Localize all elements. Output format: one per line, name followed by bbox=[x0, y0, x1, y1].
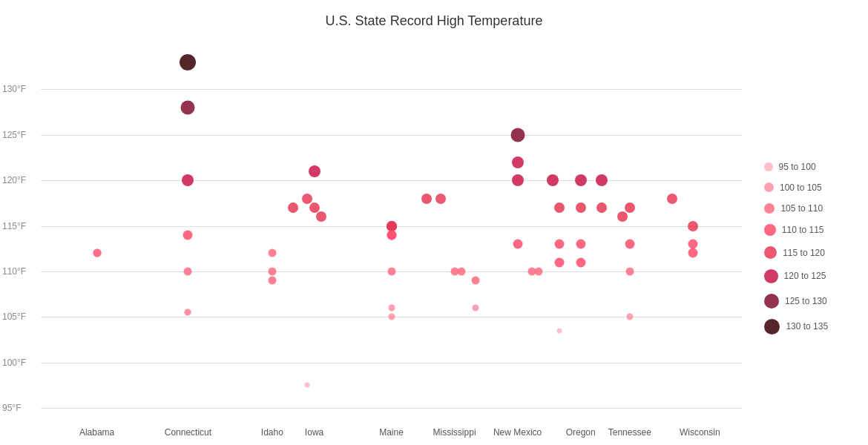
data-dot bbox=[688, 248, 697, 258]
legend-item: 100 to 105 bbox=[764, 182, 857, 193]
legend-item: 130 to 135 bbox=[764, 319, 857, 334]
data-dot bbox=[596, 202, 607, 213]
legend-label: 115 to 120 bbox=[783, 248, 825, 258]
data-dot bbox=[688, 240, 697, 249]
data-dot bbox=[387, 230, 396, 240]
data-dot bbox=[180, 54, 196, 70]
data-dot bbox=[688, 221, 698, 231]
y-axis-label: 120°F bbox=[2, 175, 26, 185]
data-dot bbox=[388, 304, 395, 311]
legend-dot bbox=[764, 319, 780, 334]
data-dot bbox=[421, 194, 432, 204]
data-dot bbox=[309, 202, 320, 213]
legend-dot bbox=[764, 203, 775, 214]
legend-dot bbox=[764, 294, 779, 309]
x-axis-label: Idaho bbox=[261, 427, 283, 438]
y-axis-label: 105°F bbox=[2, 312, 26, 322]
data-dot bbox=[93, 249, 101, 257]
data-dot bbox=[182, 174, 194, 186]
data-dot bbox=[625, 267, 634, 275]
data-dot bbox=[555, 240, 565, 249]
x-axis-label: Maine bbox=[379, 427, 404, 438]
legend-item: 105 to 110 bbox=[764, 203, 857, 214]
legend-dot bbox=[764, 162, 773, 171]
data-dot bbox=[625, 202, 635, 213]
data-dot bbox=[510, 128, 525, 142]
data-dot bbox=[555, 257, 565, 267]
data-dot bbox=[268, 249, 276, 257]
x-axis-label: New Mexico bbox=[493, 427, 542, 438]
legend-item: 125 to 130 bbox=[764, 294, 857, 309]
data-dot bbox=[576, 240, 585, 249]
gridline bbox=[41, 135, 742, 136]
data-dot bbox=[512, 156, 524, 168]
data-dot bbox=[268, 267, 276, 275]
data-dot bbox=[305, 383, 310, 388]
legend-label: 130 to 135 bbox=[786, 321, 828, 332]
plot-wrapper: 130°F125°F120°F115°F110°F105°F100°F95°FA… bbox=[0, 36, 764, 445]
data-dot bbox=[512, 174, 524, 186]
data-dot bbox=[513, 240, 522, 249]
legend-item: 115 to 120 bbox=[764, 246, 857, 259]
data-dot bbox=[302, 194, 312, 204]
gridline bbox=[41, 180, 742, 181]
legend-dot bbox=[764, 224, 776, 236]
data-dot bbox=[575, 174, 587, 186]
data-dot bbox=[576, 202, 586, 213]
legend-label: 105 to 110 bbox=[780, 203, 823, 214]
data-dot bbox=[471, 277, 479, 285]
data-dot bbox=[534, 267, 542, 275]
data-dot bbox=[596, 174, 608, 186]
legend-dot bbox=[764, 246, 777, 259]
x-axis-label: Alabama bbox=[79, 427, 114, 438]
x-axis-label: Connecticut bbox=[165, 427, 211, 438]
data-dot bbox=[554, 202, 565, 213]
chart-area: 130°F125°F120°F115°F110°F105°F100°F95°FA… bbox=[0, 36, 868, 445]
data-dot bbox=[316, 211, 326, 222]
data-dot bbox=[667, 194, 677, 204]
data-dot bbox=[387, 267, 395, 275]
data-dot bbox=[617, 211, 628, 222]
data-dot bbox=[309, 165, 320, 177]
x-axis-label: Tennessee bbox=[608, 427, 651, 438]
x-axis-label: Oregon bbox=[566, 427, 596, 438]
legend-label: 100 to 105 bbox=[780, 182, 822, 193]
data-dot bbox=[184, 267, 192, 275]
x-axis-label: Iowa bbox=[305, 427, 323, 438]
data-dot bbox=[626, 314, 633, 320]
gridline bbox=[41, 89, 742, 90]
data-dot bbox=[268, 277, 276, 285]
data-dot bbox=[625, 240, 634, 249]
legend-label: 95 to 100 bbox=[779, 162, 816, 172]
x-axis-label: Mississippi bbox=[433, 427, 476, 438]
y-axis-label: 130°F bbox=[2, 84, 26, 94]
data-dot bbox=[435, 194, 446, 204]
gridline bbox=[41, 363, 742, 363]
y-axis-label: 95°F bbox=[2, 403, 21, 413]
legend-item: 110 to 115 bbox=[764, 224, 857, 236]
data-dot bbox=[472, 304, 479, 311]
legend-dot bbox=[764, 182, 774, 192]
data-dot bbox=[181, 100, 195, 114]
legend-dot bbox=[764, 269, 778, 283]
chart-container: U.S. State Record High Temperature 130°F… bbox=[0, 0, 868, 445]
legend-item: 120 to 125 bbox=[764, 269, 857, 283]
data-dot bbox=[185, 309, 191, 316]
legend-label: 120 to 125 bbox=[784, 271, 826, 281]
legend: 95 to 100100 to 105105 to 110110 to 1151… bbox=[764, 36, 868, 445]
data-dot bbox=[388, 314, 395, 320]
data-dot bbox=[576, 257, 585, 267]
plot-inner: 130°F125°F120°F115°F110°F105°F100°F95°FA… bbox=[41, 44, 742, 408]
data-dot bbox=[547, 174, 559, 186]
y-axis-label: 115°F bbox=[2, 221, 26, 231]
data-dot bbox=[288, 202, 298, 213]
data-dot bbox=[183, 230, 193, 240]
y-axis-label: 100°F bbox=[2, 357, 26, 368]
data-dot bbox=[458, 267, 466, 275]
gridline bbox=[41, 408, 742, 409]
y-axis-label: 125°F bbox=[2, 130, 26, 140]
data-dot bbox=[557, 328, 562, 333]
x-axis-label: Wisconsin bbox=[680, 427, 720, 438]
legend-label: 110 to 115 bbox=[782, 225, 824, 235]
chart-title: U.S. State Record High Temperature bbox=[326, 13, 543, 29]
